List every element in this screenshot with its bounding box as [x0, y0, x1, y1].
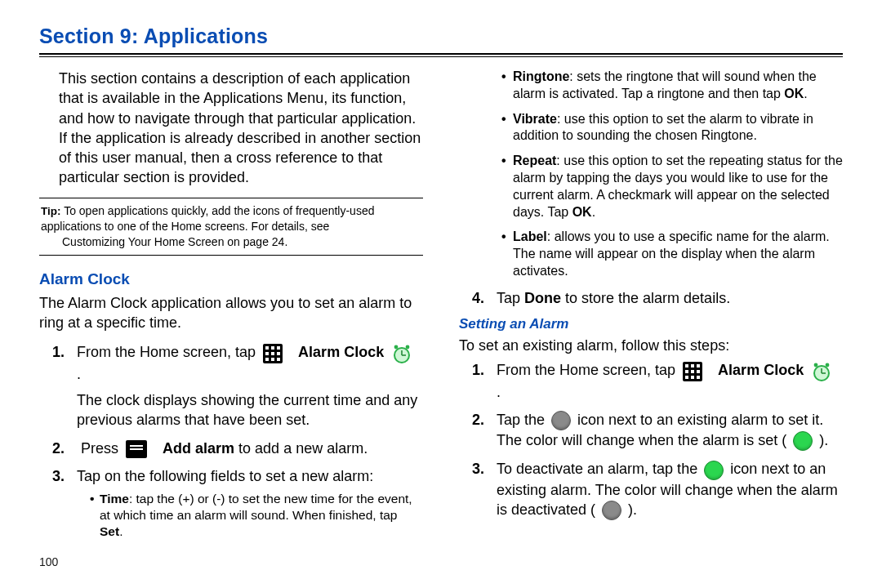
setting-step-1: From the Home screen, tap Alarm Clock .	[497, 360, 843, 402]
time-text: : tap the (+) or (-) to set the new time…	[100, 492, 412, 522]
done-label: Done	[524, 290, 561, 306]
alarm-dot-green-icon	[793, 431, 813, 451]
setting-step1-a: From the Home screen, tap	[497, 362, 679, 378]
alarm-dot-grey-icon	[551, 411, 571, 430]
setting-step3-c: ).	[628, 501, 637, 518]
setting-step3-a: To deactivate an alarm, tap the	[497, 461, 702, 477]
alarm-step-2: Press Add alarm to add a new alarm.	[77, 439, 423, 458]
intro-paragraph: This section contains a description of e…	[39, 69, 423, 188]
vibrate-label: Vibrate	[513, 112, 557, 126]
alarm-dot-grey-icon	[602, 501, 621, 520]
section-title: Section 9: Applications	[39, 24, 843, 48]
tip-box: Tip: To open applications quickly, add t…	[39, 198, 423, 256]
tip-label: Tip:	[41, 205, 61, 217]
label-label: Label	[513, 229, 547, 243]
apps-grid-icon	[263, 344, 283, 363]
bullet-repeat: Repeat: use this option to set the repea…	[501, 153, 843, 220]
svg-point-13	[406, 345, 410, 349]
svg-point-26	[814, 363, 818, 367]
alarm-step3-text: Tap on the following fields to set a new…	[77, 468, 373, 484]
svg-rect-22	[697, 376, 700, 379]
tip-link: Customizing Your Home Screen	[62, 235, 224, 248]
divider-thin	[39, 56, 843, 57]
ringtone-end: OK	[784, 87, 804, 100]
alarm-step2-press: Press	[81, 440, 122, 457]
alarm-step2-tail: to add a new alarm.	[234, 440, 368, 457]
ringtone-label: Ringtone	[513, 69, 569, 83]
setting-step2-c: ).	[819, 432, 828, 448]
setting-alarm-heading: Setting an Alarm	[459, 316, 843, 332]
svg-rect-17	[685, 370, 688, 373]
svg-rect-5	[277, 352, 280, 355]
svg-rect-3	[265, 352, 269, 355]
step4-a: Tap	[497, 290, 524, 306]
svg-rect-15	[691, 364, 694, 368]
apps-grid-icon	[683, 362, 702, 381]
svg-rect-18	[691, 370, 694, 373]
vibrate-text: : use this option to set the alarm to vi…	[513, 112, 813, 143]
alarm-step-1: From the Home screen, tap Alarm Clock . …	[77, 342, 423, 430]
svg-rect-1	[271, 346, 274, 350]
page-number: 100	[39, 555, 58, 568]
tip-body-end: on page 24.	[224, 235, 287, 248]
repeat-end: OK	[572, 205, 592, 219]
svg-rect-8	[277, 358, 280, 361]
bullet-label: Label: allows you to use a specific name…	[501, 229, 843, 279]
repeat-label: Repeat	[513, 154, 556, 167]
left-column: This section contains a description of e…	[39, 69, 423, 549]
add-alarm-label: Add alarm	[163, 440, 234, 457]
time-end: Set	[100, 524, 119, 538]
alarm-step1-text: From the Home screen, tap	[77, 344, 260, 360]
time-label: Time	[100, 492, 129, 506]
alarm-step-4: Tap Done to store the alarm details.	[497, 288, 843, 308]
divider-thick	[39, 53, 843, 55]
svg-point-12	[394, 345, 399, 349]
label-text: : allows you to use a specific name for …	[513, 229, 830, 278]
svg-rect-14	[685, 364, 688, 368]
alarm-step-3: Tap on the following fields to set a new…	[77, 466, 423, 541]
alarm-clock-label: Alarm Clock	[298, 344, 384, 360]
setting-intro: To set an existing alarm, follow this st…	[459, 336, 843, 355]
svg-rect-7	[271, 358, 274, 361]
right-column: Ringtone: sets the ringtone that will so…	[459, 69, 843, 549]
alarm-dot-green-icon	[704, 461, 724, 480]
svg-rect-0	[265, 346, 269, 350]
svg-rect-2	[277, 346, 280, 350]
bullet-ringtone: Ringtone: sets the ringtone that will so…	[501, 69, 843, 103]
svg-rect-16	[697, 364, 700, 368]
step4-c: to store the alarm details.	[561, 290, 730, 306]
setting-step-2: Tap the icon next to an existing alarm t…	[497, 410, 843, 452]
repeat-text: : use this option to set the repeating s…	[513, 154, 843, 218]
alarm-intro: The Alarm Clock application allows you t…	[39, 293, 423, 333]
svg-rect-19	[697, 370, 700, 373]
svg-rect-21	[691, 376, 694, 379]
svg-point-27	[826, 363, 830, 367]
alarm-step1-cont: The clock displays showing the current t…	[77, 390, 423, 430]
tip-body-start: To open applications quickly, add the ic…	[41, 204, 374, 233]
alarm-clock-icon	[391, 343, 412, 364]
svg-rect-4	[271, 352, 274, 355]
setting-step2-a: Tap the	[497, 412, 549, 428]
setting-step-3: To deactivate an alarm, tap the icon nex…	[497, 459, 843, 520]
svg-rect-20	[685, 376, 688, 379]
bullet-vibrate: Vibrate: use this option to set the alar…	[501, 111, 843, 145]
alarm-clock-icon	[811, 361, 832, 382]
svg-rect-6	[265, 358, 269, 361]
bullet-time: Time: tap the (+) or (-) to set the new …	[90, 491, 423, 540]
alarm-clock-label-2: Alarm Clock	[718, 362, 804, 378]
alarm-clock-heading: Alarm Clock	[39, 270, 423, 288]
menu-key-icon	[126, 440, 147, 458]
